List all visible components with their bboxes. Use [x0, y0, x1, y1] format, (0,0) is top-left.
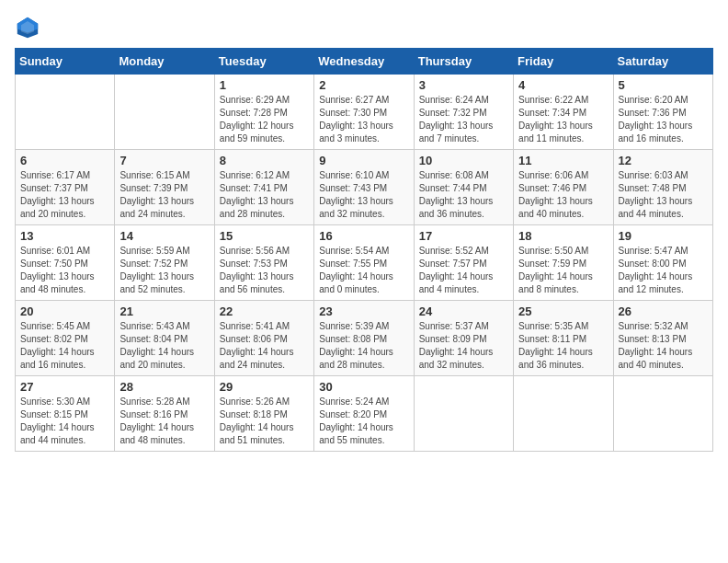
day-header-sunday: Sunday [16, 49, 115, 75]
day-number: 7 [119, 154, 209, 167]
day-number: 13 [20, 229, 109, 243]
day-detail: Sunrise: 5:39 AM Sunset: 8:08 PM Dayligh… [319, 320, 408, 372]
day-detail: Sunrise: 5:32 AM Sunset: 8:13 PM Dayligh… [619, 320, 708, 372]
day-number: 29 [220, 380, 309, 394]
day-number: 20 [20, 304, 109, 318]
day-detail: Sunrise: 5:43 AM Sunset: 8:04 PM Dayligh… [119, 320, 209, 372]
calendar-cell: 5Sunrise: 6:20 AM Sunset: 7:36 PM Daylig… [613, 75, 712, 150]
calendar-cell: 17Sunrise: 5:52 AM Sunset: 7:57 PM Dayli… [414, 225, 513, 301]
calendar-cell [414, 376, 513, 452]
day-number: 17 [419, 229, 508, 243]
day-number: 15 [220, 229, 309, 243]
day-detail: Sunrise: 6:15 AM Sunset: 7:39 PM Dayligh… [119, 169, 209, 221]
day-number: 10 [419, 154, 508, 167]
logo-icon [15, 15, 40, 40]
day-detail: Sunrise: 5:30 AM Sunset: 8:15 PM Dayligh… [20, 396, 109, 447]
day-number: 24 [419, 304, 508, 318]
day-number: 23 [319, 304, 408, 318]
day-header-saturday: Saturday [613, 49, 712, 75]
day-detail: Sunrise: 6:03 AM Sunset: 7:48 PM Dayligh… [619, 169, 708, 221]
day-number: 9 [319, 154, 408, 167]
calendar-table: SundayMondayTuesdayWednesdayThursdayFrid… [15, 48, 713, 452]
day-detail: Sunrise: 5:47 AM Sunset: 8:00 PM Dayligh… [619, 245, 708, 296]
calendar-cell: 18Sunrise: 5:50 AM Sunset: 7:59 PM Dayli… [514, 225, 613, 301]
day-number: 18 [518, 229, 608, 243]
day-number: 14 [119, 229, 209, 243]
day-number: 5 [619, 78, 708, 92]
calendar-cell: 16Sunrise: 5:54 AM Sunset: 7:55 PM Dayli… [314, 225, 414, 301]
day-header-thursday: Thursday [414, 49, 513, 75]
calendar-week-4: 20Sunrise: 5:45 AM Sunset: 8:02 PM Dayli… [16, 301, 713, 376]
day-number: 21 [119, 304, 209, 318]
day-detail: Sunrise: 5:50 AM Sunset: 7:59 PM Dayligh… [518, 245, 608, 296]
calendar-cell [16, 75, 115, 150]
calendar-cell: 23Sunrise: 5:39 AM Sunset: 8:08 PM Dayli… [314, 301, 414, 376]
day-number: 2 [319, 78, 408, 92]
calendar-cell: 30Sunrise: 5:24 AM Sunset: 8:20 PM Dayli… [314, 376, 414, 452]
calendar-cell: 25Sunrise: 5:35 AM Sunset: 8:11 PM Dayli… [514, 301, 613, 376]
calendar-week-5: 27Sunrise: 5:30 AM Sunset: 8:15 PM Dayli… [16, 376, 713, 452]
day-number: 3 [419, 78, 508, 92]
day-detail: Sunrise: 5:37 AM Sunset: 8:09 PM Dayligh… [419, 320, 508, 372]
day-number: 6 [20, 154, 109, 167]
day-header-tuesday: Tuesday [214, 49, 313, 75]
day-detail: Sunrise: 5:26 AM Sunset: 8:18 PM Dayligh… [220, 396, 309, 447]
calendar-cell: 14Sunrise: 5:59 AM Sunset: 7:52 PM Dayli… [115, 225, 214, 301]
day-detail: Sunrise: 5:28 AM Sunset: 8:16 PM Dayligh… [119, 396, 209, 447]
day-number: 30 [319, 380, 408, 394]
day-number: 22 [220, 304, 309, 318]
calendar-cell: 8Sunrise: 6:12 AM Sunset: 7:41 PM Daylig… [214, 150, 313, 225]
day-detail: Sunrise: 6:20 AM Sunset: 7:36 PM Dayligh… [619, 94, 708, 145]
calendar-cell: 27Sunrise: 5:30 AM Sunset: 8:15 PM Dayli… [16, 376, 115, 452]
day-detail: Sunrise: 6:27 AM Sunset: 7:30 PM Dayligh… [319, 94, 408, 145]
calendar-cell: 7Sunrise: 6:15 AM Sunset: 7:39 PM Daylig… [115, 150, 214, 225]
day-number: 28 [119, 380, 209, 394]
calendar-cell: 4Sunrise: 6:22 AM Sunset: 7:34 PM Daylig… [514, 75, 613, 150]
calendar-week-1: 1Sunrise: 6:29 AM Sunset: 7:28 PM Daylig… [16, 75, 713, 150]
calendar-cell [115, 75, 214, 150]
day-number: 26 [619, 304, 708, 318]
logo [15, 15, 44, 40]
day-detail: Sunrise: 6:22 AM Sunset: 7:34 PM Dayligh… [518, 94, 608, 145]
calendar-cell: 15Sunrise: 5:56 AM Sunset: 7:53 PM Dayli… [214, 225, 313, 301]
day-number: 16 [319, 229, 408, 243]
calendar-cell: 19Sunrise: 5:47 AM Sunset: 8:00 PM Dayli… [613, 225, 712, 301]
calendar-cell: 22Sunrise: 5:41 AM Sunset: 8:06 PM Dayli… [214, 301, 313, 376]
calendar-cell: 13Sunrise: 6:01 AM Sunset: 7:50 PM Dayli… [16, 225, 115, 301]
day-header-wednesday: Wednesday [314, 49, 414, 75]
day-detail: Sunrise: 5:56 AM Sunset: 7:53 PM Dayligh… [220, 245, 309, 296]
day-detail: Sunrise: 5:24 AM Sunset: 8:20 PM Dayligh… [319, 396, 408, 447]
day-detail: Sunrise: 6:17 AM Sunset: 7:37 PM Dayligh… [20, 169, 109, 221]
day-number: 25 [518, 304, 608, 318]
day-number: 19 [619, 229, 708, 243]
day-header-friday: Friday [514, 49, 613, 75]
calendar-cell: 1Sunrise: 6:29 AM Sunset: 7:28 PM Daylig… [214, 75, 313, 150]
day-detail: Sunrise: 5:35 AM Sunset: 8:11 PM Dayligh… [518, 320, 608, 372]
day-detail: Sunrise: 6:06 AM Sunset: 7:46 PM Dayligh… [518, 169, 608, 221]
day-detail: Sunrise: 6:29 AM Sunset: 7:28 PM Dayligh… [220, 94, 309, 145]
day-detail: Sunrise: 6:24 AM Sunset: 7:32 PM Dayligh… [419, 94, 508, 145]
day-detail: Sunrise: 5:54 AM Sunset: 7:55 PM Dayligh… [319, 245, 408, 296]
day-number: 8 [220, 154, 309, 167]
calendar-week-2: 6Sunrise: 6:17 AM Sunset: 7:37 PM Daylig… [16, 150, 713, 225]
calendar-cell: 28Sunrise: 5:28 AM Sunset: 8:16 PM Dayli… [115, 376, 214, 452]
calendar-cell [613, 376, 712, 452]
day-number: 12 [619, 154, 708, 167]
calendar-cell: 2Sunrise: 6:27 AM Sunset: 7:30 PM Daylig… [314, 75, 414, 150]
day-detail: Sunrise: 5:52 AM Sunset: 7:57 PM Dayligh… [419, 245, 508, 296]
day-detail: Sunrise: 5:41 AM Sunset: 8:06 PM Dayligh… [220, 320, 309, 372]
calendar-cell: 29Sunrise: 5:26 AM Sunset: 8:18 PM Dayli… [214, 376, 313, 452]
calendar-cell: 10Sunrise: 6:08 AM Sunset: 7:44 PM Dayli… [414, 150, 513, 225]
page-header [15, 15, 713, 40]
calendar-cell: 20Sunrise: 5:45 AM Sunset: 8:02 PM Dayli… [16, 301, 115, 376]
day-number: 4 [518, 78, 608, 92]
day-detail: Sunrise: 6:01 AM Sunset: 7:50 PM Dayligh… [20, 245, 109, 296]
calendar-cell: 9Sunrise: 6:10 AM Sunset: 7:43 PM Daylig… [314, 150, 414, 225]
calendar-cell [514, 376, 613, 452]
calendar-header-row: SundayMondayTuesdayWednesdayThursdayFrid… [16, 49, 713, 75]
day-detail: Sunrise: 5:45 AM Sunset: 8:02 PM Dayligh… [20, 320, 109, 372]
calendar-week-3: 13Sunrise: 6:01 AM Sunset: 7:50 PM Dayli… [16, 225, 713, 301]
day-detail: Sunrise: 5:59 AM Sunset: 7:52 PM Dayligh… [119, 245, 209, 296]
day-detail: Sunrise: 6:10 AM Sunset: 7:43 PM Dayligh… [319, 169, 408, 221]
day-number: 1 [220, 78, 309, 92]
